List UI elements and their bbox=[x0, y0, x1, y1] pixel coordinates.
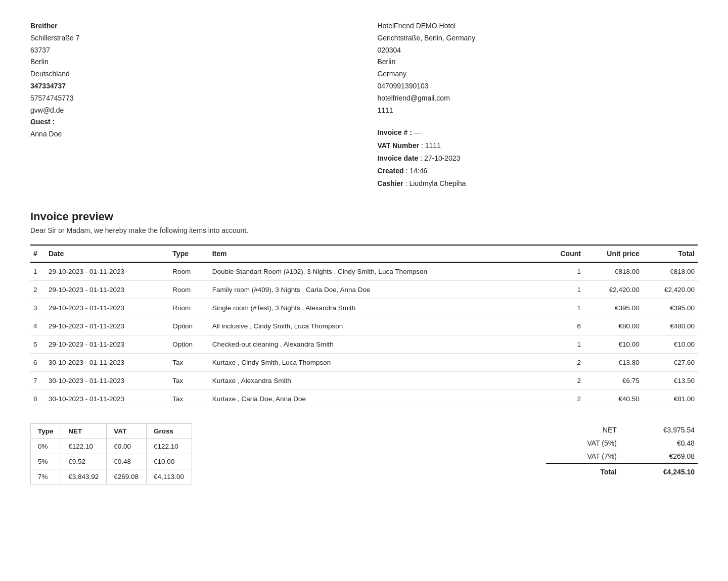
col-item: Item bbox=[209, 245, 544, 262]
row-type: Room bbox=[169, 299, 209, 317]
invoice-row: 2 29-10-2023 - 01-11-2023 Room Family ro… bbox=[30, 281, 698, 299]
row-num: 3 bbox=[30, 299, 46, 317]
col-total: Total bbox=[643, 245, 698, 262]
col-date: Date bbox=[46, 245, 169, 262]
total-value: €4,245.10 bbox=[620, 463, 698, 478]
vat-row-type: 0% bbox=[31, 439, 61, 454]
invoice-row: 4 29-10-2023 - 01-11-2023 Option All inc… bbox=[30, 317, 698, 335]
row-count: 1 bbox=[544, 262, 584, 281]
row-total: €480.00 bbox=[643, 317, 698, 335]
client-address-line2: 63737 bbox=[30, 44, 351, 57]
hotel-city: Berlin bbox=[377, 56, 698, 68]
row-count: 2 bbox=[544, 390, 584, 408]
row-date: 29-10-2023 - 01-11-2023 bbox=[46, 299, 169, 317]
row-num: 4 bbox=[30, 317, 46, 335]
invoice-row: 3 29-10-2023 - 01-11-2023 Room Single ro… bbox=[30, 299, 698, 317]
guest-name: Anna Doe bbox=[30, 128, 351, 140]
vat-row-type: 7% bbox=[31, 469, 61, 485]
row-count: 6 bbox=[544, 317, 584, 335]
client-country: Deutschland bbox=[30, 68, 351, 80]
net-label: NET bbox=[546, 423, 620, 437]
vat-col-gross: Gross bbox=[146, 424, 192, 439]
row-total: €395.00 bbox=[643, 299, 698, 317]
row-type: Option bbox=[169, 317, 209, 335]
client-name: Breither bbox=[30, 20, 351, 32]
vat-row: 0% €122.10 €0.00 €122.10 bbox=[31, 439, 192, 454]
row-type: Room bbox=[169, 262, 209, 281]
created-label: Created bbox=[377, 167, 403, 175]
invoice-date-label: Invoice date bbox=[377, 154, 418, 162]
hotel-country: Germany bbox=[377, 68, 698, 80]
hotel-name: HotelFriend DEMO Hotel bbox=[377, 20, 698, 32]
invoice-row: 5 29-10-2023 - 01-11-2023 Option Checked… bbox=[30, 335, 698, 354]
col-count: Count bbox=[544, 245, 584, 262]
invoice-meta: Invoice # : — VAT Number : 1111 Invoice … bbox=[377, 126, 698, 190]
row-num: 8 bbox=[30, 390, 46, 408]
hotel-email: hotelfriend@gmail.com bbox=[377, 92, 698, 105]
row-num: 7 bbox=[30, 372, 46, 390]
invoice-num-label: Invoice # : bbox=[377, 128, 412, 136]
vat-number-line: VAT Number : 1111 bbox=[377, 139, 698, 152]
vat-number-label: VAT Number bbox=[377, 141, 419, 150]
vat-row-type: 5% bbox=[31, 454, 61, 469]
created-line: Created : 14:46 bbox=[377, 165, 698, 177]
cashier-label: Cashier bbox=[377, 179, 403, 187]
row-count: 1 bbox=[544, 299, 584, 317]
row-num: 5 bbox=[30, 335, 46, 354]
invoice-date-value: 27-10-2023 bbox=[424, 154, 461, 162]
col-unit-price: Unit price bbox=[584, 245, 643, 262]
row-item: Kurtaxe , Cindy Smith, Luca Thompson bbox=[209, 354, 544, 372]
row-unit-price: €818.00 bbox=[584, 262, 643, 281]
row-date: 29-10-2023 - 01-11-2023 bbox=[46, 317, 169, 335]
created-value: 14:46 bbox=[410, 167, 427, 175]
client-phone2: 57574745773 bbox=[30, 92, 351, 105]
vat-separator: : bbox=[421, 141, 425, 150]
vat-col-type: Type bbox=[31, 424, 61, 439]
row-total: €27.60 bbox=[643, 354, 698, 372]
vat-row: 7% €3,843.92 €269.08 €4,113.00 bbox=[31, 469, 192, 485]
col-type: Type bbox=[169, 245, 209, 262]
vat-table: Type NET VAT Gross 0% €122.10 €0.00 €122… bbox=[30, 423, 192, 485]
row-unit-price: €10.00 bbox=[584, 335, 643, 354]
vat-col-vat: VAT bbox=[107, 424, 147, 439]
total-label: Total bbox=[546, 463, 620, 478]
row-type: Tax bbox=[169, 390, 209, 408]
row-count: 2 bbox=[544, 354, 584, 372]
invoice-num-value: — bbox=[414, 128, 421, 136]
vat-col-net: NET bbox=[61, 424, 107, 439]
vat-row: 5% €9.52 €0.48 €10.00 bbox=[31, 454, 192, 469]
row-num: 1 bbox=[30, 262, 46, 281]
row-total: €10.00 bbox=[643, 335, 698, 354]
hotel-postal: 020304 bbox=[377, 44, 698, 57]
vat5-label: VAT (5%) bbox=[546, 437, 620, 450]
row-total: €13.50 bbox=[643, 372, 698, 390]
cashier-line: Cashier : Liudmyla Chepiha bbox=[377, 177, 698, 190]
vat-row-vat: €0.00 bbox=[107, 439, 147, 454]
row-date: 30-10-2023 - 01-11-2023 bbox=[46, 390, 169, 408]
hotel-phone: 0470991390103 bbox=[377, 80, 698, 92]
row-type: Tax bbox=[169, 372, 209, 390]
client-city: Berlin bbox=[30, 56, 351, 68]
invoice-preview-subtitle: Dear Sir or Madam, we hereby make the fo… bbox=[30, 226, 698, 234]
invoice-row: 7 30-10-2023 - 01-11-2023 Tax Kurtaxe , … bbox=[30, 372, 698, 390]
invoice-date-line: Invoice date : 27-10-2023 bbox=[377, 152, 698, 165]
row-item: Kurtaxe , Carla Doe, Anna Doe bbox=[209, 390, 544, 408]
grand-total-row: Total €4,245.10 bbox=[546, 463, 698, 478]
vat5-value: €0.48 bbox=[620, 437, 698, 450]
left-address: Breither Schillerstraße 7 63737 Berlin D… bbox=[30, 20, 351, 190]
row-date: 29-10-2023 - 01-11-2023 bbox=[46, 281, 169, 299]
cashier-value: Liudmyla Chepiha bbox=[409, 179, 466, 187]
row-date: 29-10-2023 - 01-11-2023 bbox=[46, 262, 169, 281]
row-item: Single room (#Test), 3 Nights , Alexandr… bbox=[209, 299, 544, 317]
row-type: Room bbox=[169, 281, 209, 299]
header-section: Breither Schillerstraße 7 63737 Berlin D… bbox=[30, 20, 698, 190]
row-num: 2 bbox=[30, 281, 46, 299]
invoice-date-separator: : bbox=[420, 154, 424, 162]
row-num: 6 bbox=[30, 354, 46, 372]
row-unit-price: €80.00 bbox=[584, 317, 643, 335]
totals-section: NET €3,975.54 VAT (5%) €0.48 VAT (7%) €2… bbox=[546, 423, 698, 478]
vat7-value: €269.08 bbox=[620, 450, 698, 463]
vat-row-net: €3,843.92 bbox=[61, 469, 107, 485]
net-total-row: NET €3,975.54 bbox=[546, 423, 698, 437]
col-num: # bbox=[30, 245, 46, 262]
